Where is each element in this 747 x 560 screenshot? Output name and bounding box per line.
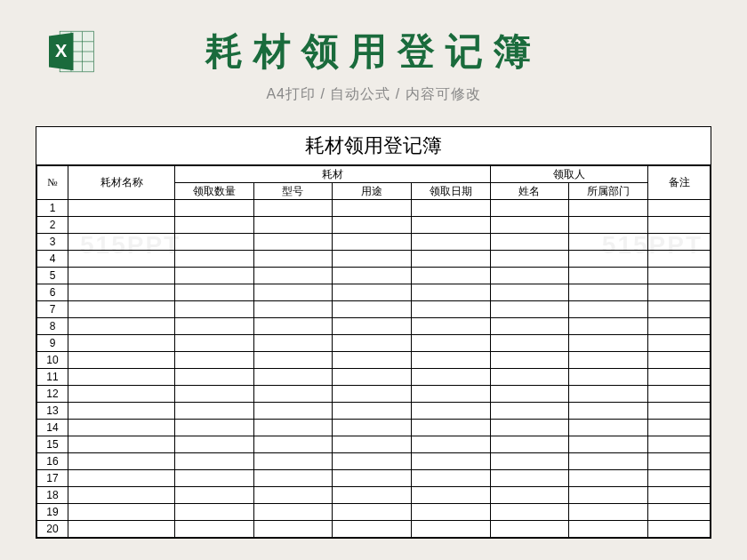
cell[interactable]	[333, 487, 412, 504]
cell[interactable]	[253, 504, 333, 521]
cell[interactable]	[411, 217, 490, 234]
cell[interactable]	[490, 504, 569, 521]
cell[interactable]	[253, 420, 333, 436]
cell[interactable]	[253, 487, 333, 504]
cell[interactable]	[253, 436, 333, 453]
cell[interactable]	[648, 301, 711, 318]
cell-no[interactable]: 3	[37, 234, 68, 251]
cell[interactable]	[569, 268, 648, 284]
cell-no[interactable]: 17	[37, 470, 68, 487]
cell[interactable]	[333, 217, 412, 234]
cell[interactable]	[411, 504, 490, 521]
cell-no[interactable]: 2	[37, 217, 68, 234]
cell[interactable]	[333, 521, 412, 538]
cell[interactable]	[569, 420, 648, 436]
cell[interactable]	[175, 470, 254, 487]
cell[interactable]	[333, 420, 412, 436]
cell[interactable]	[68, 386, 175, 403]
cell[interactable]	[175, 369, 254, 386]
cell[interactable]	[569, 200, 648, 217]
cell[interactable]	[68, 284, 175, 301]
cell[interactable]	[569, 217, 648, 234]
cell[interactable]	[68, 268, 175, 284]
cell[interactable]	[648, 352, 711, 369]
cell[interactable]	[648, 453, 711, 470]
cell[interactable]	[68, 217, 175, 234]
cell[interactable]	[68, 453, 175, 470]
cell[interactable]	[68, 251, 175, 268]
cell[interactable]	[333, 251, 412, 268]
cell[interactable]	[253, 301, 333, 318]
cell[interactable]	[569, 251, 648, 268]
cell[interactable]	[411, 318, 490, 335]
cell[interactable]	[68, 352, 175, 369]
cell[interactable]	[648, 403, 711, 420]
cell[interactable]	[411, 403, 490, 420]
cell[interactable]	[333, 284, 412, 301]
cell[interactable]	[569, 504, 648, 521]
cell[interactable]	[411, 251, 490, 268]
cell[interactable]	[68, 403, 175, 420]
cell-no[interactable]: 4	[37, 251, 68, 268]
cell[interactable]	[253, 251, 333, 268]
cell[interactable]	[411, 284, 490, 301]
cell[interactable]	[490, 352, 569, 369]
cell[interactable]	[68, 234, 175, 251]
cell[interactable]	[569, 470, 648, 487]
cell[interactable]	[253, 386, 333, 403]
cell[interactable]	[569, 301, 648, 318]
cell[interactable]	[253, 318, 333, 335]
cell[interactable]	[333, 436, 412, 453]
cell[interactable]	[490, 369, 569, 386]
cell[interactable]	[648, 487, 711, 504]
cell[interactable]	[569, 352, 648, 369]
cell[interactable]	[648, 504, 711, 521]
cell[interactable]	[490, 403, 569, 420]
cell[interactable]	[648, 386, 711, 403]
cell[interactable]	[648, 470, 711, 487]
cell[interactable]	[175, 403, 254, 420]
cell[interactable]	[648, 369, 711, 386]
cell-no[interactable]: 16	[37, 453, 68, 470]
cell[interactable]	[68, 470, 175, 487]
cell[interactable]	[490, 268, 569, 284]
cell[interactable]	[411, 234, 490, 251]
cell[interactable]	[333, 200, 412, 217]
cell[interactable]	[175, 453, 254, 470]
cell[interactable]	[648, 335, 711, 352]
cell[interactable]	[411, 470, 490, 487]
cell[interactable]	[569, 369, 648, 386]
cell[interactable]	[411, 521, 490, 538]
cell[interactable]	[569, 436, 648, 453]
cell[interactable]	[569, 521, 648, 538]
cell[interactable]	[648, 234, 711, 251]
cell[interactable]	[490, 301, 569, 318]
cell-no[interactable]: 9	[37, 335, 68, 352]
cell[interactable]	[411, 352, 490, 369]
cell[interactable]	[648, 200, 711, 217]
cell[interactable]	[490, 453, 569, 470]
cell[interactable]	[490, 335, 569, 352]
cell[interactable]	[175, 335, 254, 352]
cell[interactable]	[569, 284, 648, 301]
cell[interactable]	[648, 284, 711, 301]
cell[interactable]	[411, 420, 490, 436]
cell[interactable]	[68, 521, 175, 538]
cell[interactable]	[68, 420, 175, 436]
cell[interactable]	[253, 403, 333, 420]
cell[interactable]	[68, 436, 175, 453]
cell-no[interactable]: 20	[37, 521, 68, 538]
cell[interactable]	[411, 436, 490, 453]
cell[interactable]	[490, 521, 569, 538]
cell[interactable]	[333, 234, 412, 251]
cell[interactable]	[253, 234, 333, 251]
cell[interactable]	[648, 521, 711, 538]
cell[interactable]	[490, 217, 569, 234]
cell[interactable]	[333, 335, 412, 352]
cell[interactable]	[411, 453, 490, 470]
cell[interactable]	[569, 386, 648, 403]
cell[interactable]	[411, 386, 490, 403]
cell-no[interactable]: 6	[37, 284, 68, 301]
cell[interactable]	[175, 521, 254, 538]
cell-no[interactable]: 1	[37, 200, 68, 217]
